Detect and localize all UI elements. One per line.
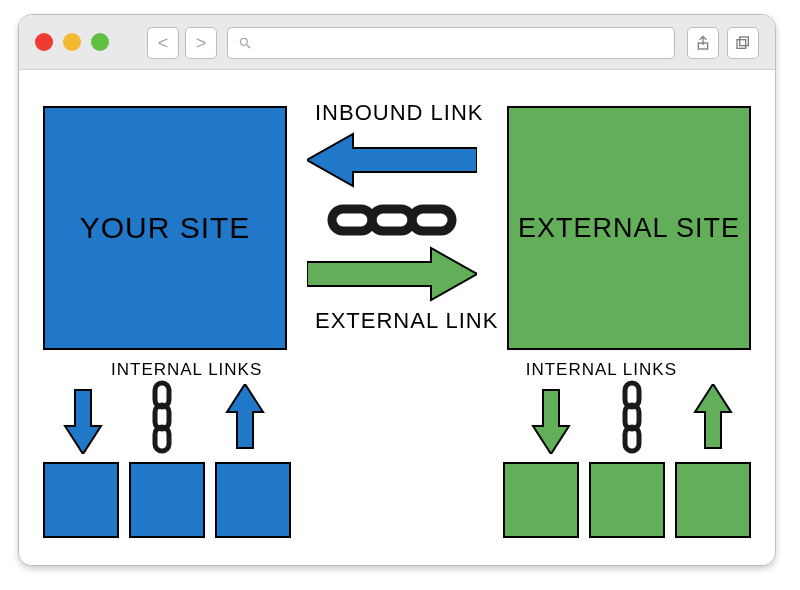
external-site-subpages (503, 462, 751, 538)
search-icon (238, 36, 252, 50)
back-button[interactable]: < (147, 27, 179, 59)
internal-links-label-right: INTERNAL LINKS (526, 360, 677, 380)
your-site-subpages (43, 462, 291, 538)
subpage-box (43, 462, 119, 538)
svg-marker-5 (307, 134, 477, 186)
internal-links-label-left: INTERNAL LINKS (111, 360, 262, 380)
inbound-arrow-icon (307, 130, 477, 190)
svg-line-1 (247, 45, 251, 49)
subpage-box (129, 462, 205, 538)
svg-marker-9 (307, 248, 477, 300)
inbound-link-label: INBOUND LINK (315, 100, 483, 126)
address-bar[interactable] (227, 27, 675, 59)
subpage-box (675, 462, 751, 538)
svg-rect-7 (372, 209, 412, 231)
chain-icon (327, 200, 457, 244)
your-site-label: YOUR SITE (80, 211, 251, 245)
svg-marker-16 (695, 384, 731, 448)
chain-small-icon-left (147, 380, 177, 460)
svg-marker-10 (65, 390, 101, 454)
svg-rect-4 (737, 40, 746, 49)
your-site-box: YOUR SITE (43, 106, 287, 350)
svg-rect-6 (332, 209, 372, 231)
chain-small-icon-right (617, 380, 647, 460)
external-site-box: EXTERNAL SITE (507, 106, 751, 350)
subpage-box (215, 462, 291, 538)
minimize-icon[interactable] (63, 33, 81, 51)
external-site-label: EXTERNAL SITE (518, 213, 740, 244)
external-arrow-icon (307, 244, 477, 304)
svg-marker-15 (533, 390, 569, 454)
browser-titlebar: < > (19, 15, 775, 70)
browser-window: < > YOUR SITE (18, 14, 776, 566)
close-icon[interactable] (35, 33, 53, 51)
subpage-box (503, 462, 579, 538)
diagram-canvas: YOUR SITE EXTERNAL SITE INBOUND LINK EXT… (19, 70, 775, 566)
forward-button[interactable]: > (185, 27, 217, 59)
zoom-icon[interactable] (91, 33, 109, 51)
share-button[interactable] (687, 27, 719, 59)
traffic-lights (35, 33, 109, 51)
tabs-button[interactable] (727, 27, 759, 59)
svg-point-0 (240, 38, 247, 45)
external-link-label: EXTERNAL LINK (315, 308, 498, 334)
svg-rect-8 (412, 209, 452, 231)
svg-rect-3 (740, 37, 749, 46)
subpage-box (589, 462, 665, 538)
svg-marker-11 (227, 384, 263, 448)
